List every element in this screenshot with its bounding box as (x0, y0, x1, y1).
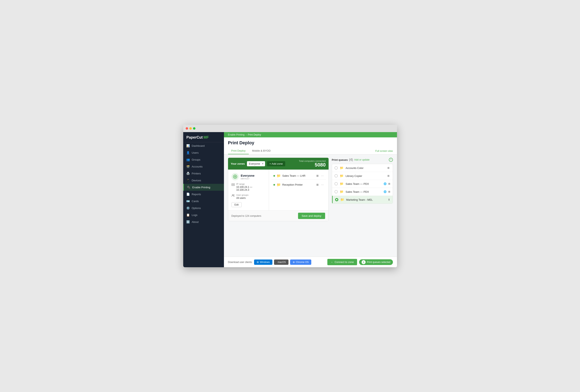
sidebar-item-reports[interactable]: 📄 Reports (183, 191, 224, 198)
logo-area: PaperCutMF (183, 132, 224, 142)
printer-more-button[interactable]: ··· (321, 183, 324, 187)
windows-icon: ⊞ (387, 166, 389, 169)
deployed-text: Deployed to 124 computers (231, 215, 261, 217)
queues-selected-label: Print queues selected (367, 261, 390, 263)
windows-download-button[interactable]: ⊞ Windows (254, 260, 272, 265)
printer-os-icons: ⊞ (316, 183, 319, 186)
printer-folder-icon: 📁 (277, 174, 281, 178)
user-groups-content: User groups All users (236, 194, 249, 199)
zones-block: Your zones Everyone + Add zone Total com… (228, 158, 329, 221)
printer-more-button[interactable]: ··· (321, 174, 324, 178)
sidebar-item-label: Dashboard (192, 144, 205, 147)
right-panel: Print queues (4) Add or update ? 📁 Accou… (332, 158, 393, 254)
queue-radio[interactable] (334, 190, 338, 193)
logo: PaperCutMF (186, 135, 221, 140)
zone-select[interactable]: Everyone (247, 161, 265, 166)
queue-os-icons: ⊞ (387, 174, 390, 177)
sidebar-item-options[interactable]: ⚙️ Options (183, 205, 224, 211)
sidebar-item-label: Groups (192, 158, 200, 161)
printer-left: 📁 Reception Printer (274, 183, 303, 187)
queue-item-selected: 📁 Marketing Team - MEL ⬆ (332, 196, 393, 204)
printer-row: 📁 Sales Team — LHR ⊞ (271, 172, 326, 179)
left-panel: Your zones Everyone + Add zone Total com… (228, 158, 329, 254)
macos-label: macOS (278, 261, 286, 263)
sidebar-item-users[interactable]: 👤 Users (183, 149, 224, 156)
user-groups-value: All users (236, 197, 249, 199)
page-header: Print Deploy Print Deploy Mobile & BYOD … (224, 137, 397, 154)
reports-icon: 📄 (186, 193, 190, 196)
zone-ip-range-row: IP range 10.100.24.1 — 10.100.24.3 (231, 183, 266, 191)
queue-radio[interactable] (334, 182, 338, 185)
sidebar-item-about[interactable]: ℹ️ About (183, 218, 224, 225)
ip-range-content: IP range 10.100.24.1 — 10.100.24.3 (236, 183, 266, 191)
sidebar-item-enable-printing[interactable]: 🔌 Enable Printing (183, 184, 224, 191)
queues-selected-badge: 1 Print queues selected (359, 259, 393, 265)
add-update-link[interactable]: Add or update (354, 158, 370, 161)
breadcrumb-separator: › (246, 133, 247, 136)
ip-range-label: IP range (236, 183, 266, 185)
browser-titlebar (183, 125, 397, 132)
options-icon: ⚙️ (186, 206, 190, 210)
sidebar-item-dashboard[interactable]: 📊 Dashboard (183, 142, 224, 149)
main-content: Enable Printing › Print Deploy Print Dep… (224, 132, 397, 267)
zone-edit-button[interactable]: Edit (231, 202, 242, 207)
queue-item: 📁 Library Copier ⊞ (332, 172, 393, 180)
queue-list: 📁 Accounts Color ⊞ 📁 Library Copier (332, 164, 393, 204)
zone-main-card: Everyone DEFAULT (228, 169, 329, 221)
connect-label: Connect to zone (334, 261, 354, 263)
breadcrumb-parent[interactable]: Enable Printing (228, 133, 245, 136)
queue-item: 📁 Sales Team — PDX 🌐 ⊞ (332, 188, 393, 196)
content-area: Your zones Everyone + Add zone Total com… (224, 154, 397, 257)
logo-papercut: PaperCut (186, 135, 203, 140)
save-deploy-button[interactable]: Save and deploy (298, 213, 325, 219)
tab-print-deploy[interactable]: Print Deploy (228, 147, 249, 154)
browser-dot-red (186, 127, 188, 130)
printer-row: 📁 Reception Printer ⊞ (271, 181, 326, 188)
print-queues-header: Print queues (4) Add or update ? (332, 158, 393, 162)
chromeos-download-button[interactable]: ⊕ Chrome OS (290, 260, 311, 265)
zone-select-wrapper: Everyone (247, 161, 265, 166)
print-queues-count: (4) (349, 158, 353, 162)
chromeos-icon: ⊕ (293, 261, 295, 263)
sidebar-item-label: Logs (192, 214, 197, 217)
print-queues-title: Print queues (332, 158, 348, 161)
download-section: Download user clients: ⊞ Windows macOS ⊕… (228, 260, 311, 265)
windows-os-icon: ⊞ (316, 183, 319, 186)
sidebar-item-groups[interactable]: 👥 Groups (183, 156, 224, 163)
zone-default-badge: DEFAULT (241, 178, 255, 180)
queue-radio-selected[interactable] (335, 198, 338, 201)
tab-mobile-byod[interactable]: Mobile & BYOD (249, 147, 274, 154)
zone-info-panel: Everyone DEFAULT (228, 170, 269, 210)
sidebar-item-label: Devices (192, 179, 201, 182)
logo-mf: MF (204, 135, 209, 140)
queue-item: 📁 Accounts Color ⊞ (332, 164, 393, 172)
sidebar-item-label: Options (192, 207, 201, 210)
connect-zone-button[interactable]: ← Connect to zone (327, 259, 357, 265)
browser-dot-green (193, 127, 195, 130)
queue-folder-icon: 📁 (340, 166, 344, 170)
sidebar-item-logs[interactable]: 📋 Logs (183, 211, 224, 218)
queue-radio[interactable] (334, 166, 338, 169)
queue-radio[interactable] (334, 174, 338, 177)
zones-label: Your zones (231, 162, 245, 165)
sidebar-item-accounts[interactable]: 🗃️ Accounts (183, 163, 224, 170)
zones-toolbar: Your zones Everyone + Add zone Total com… (228, 158, 329, 169)
zone-card-inner: Everyone DEFAULT (228, 170, 328, 210)
connect-icon: ← (331, 261, 333, 263)
svg-rect-5 (233, 184, 233, 185)
upload-icon[interactable]: ⬆ (388, 198, 390, 201)
sidebar-item-devices[interactable]: 📱 Devices (183, 177, 224, 184)
download-label: Download user clients: (228, 261, 253, 263)
queue-name: Library Copier (346, 174, 385, 177)
add-zone-button[interactable]: + Add zone (267, 161, 285, 166)
full-screen-link[interactable]: Full screen view (375, 150, 393, 152)
queue-name: Sales Team — PDX (346, 190, 382, 193)
help-icon[interactable]: ? (389, 158, 393, 162)
macos-download-button[interactable]: macOS (274, 260, 289, 265)
zone-user-groups-row: User groups All users (231, 194, 266, 199)
sidebar-item-printers[interactable]: 🖨️ Printers (183, 170, 224, 177)
sidebar-item-label: About (192, 220, 199, 224)
sidebar-item-cards[interactable]: 🪪 Cards (183, 198, 224, 205)
windows-label: Windows (260, 261, 270, 263)
zone-footer: Deployed to 124 computers Save and deplo… (228, 210, 328, 221)
